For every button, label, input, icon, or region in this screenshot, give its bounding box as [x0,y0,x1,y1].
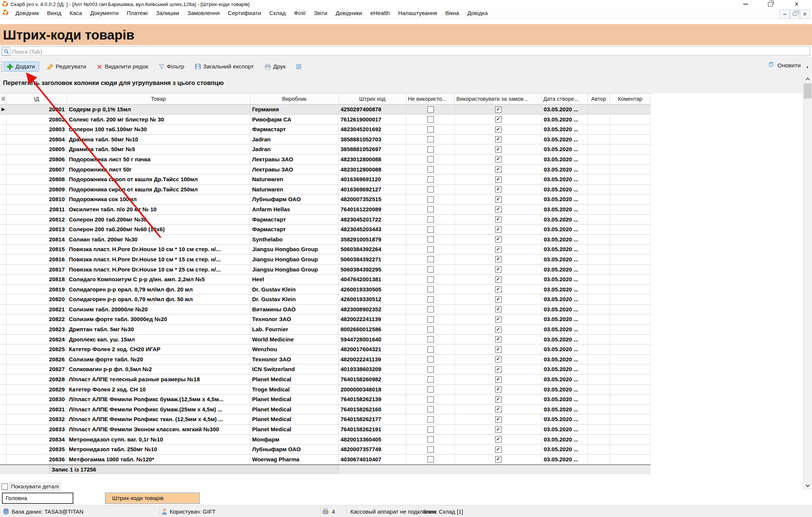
not_used-checkbox-cell[interactable] [406,405,455,415]
checked-checkbox[interactable]: ✓ [495,316,502,323]
unchecked-checkbox[interactable] [427,326,434,333]
checked-checkbox[interactable]: ✓ [495,156,502,162]
not_used-checkbox-cell[interactable] [406,305,455,315]
unchecked-checkbox[interactable] [427,106,434,113]
not_used-checkbox-cell[interactable] [406,215,455,225]
table-row[interactable]: 20813Солерон 200 таб.200мг №60 (10х6)Фар… [0,224,651,235]
show-details-toggle[interactable]: Показувати деталі [2,483,60,490]
checked-checkbox[interactable]: ✓ [495,186,502,193]
not_used-checkbox-cell[interactable] [406,205,455,215]
unchecked-checkbox[interactable] [427,316,434,323]
table-row[interactable]: 20818Солидаго Композитум С р-р д/ин. амп… [0,274,651,285]
use_order-checkbox-cell[interactable]: ✓ [455,305,542,315]
not_used-checkbox-cell[interactable] [406,105,455,115]
not_used-checkbox-cell[interactable] [406,124,455,135]
not_used-checkbox-cell[interactable] [406,115,455,125]
mdi-minimize-button[interactable] [780,9,789,19]
table-row[interactable]: 20836Метфогамма 1000 табл. №120*Woerwag … [0,455,651,465]
not_used-checkbox-cell[interactable] [406,435,455,445]
table-row[interactable]: 20803Солерон 100 таб.100мг №30Фармастарт… [0,124,651,135]
table-row[interactable]: 20804Драмина табл. 50мг №10Jadran3858881… [0,135,651,145]
загальний-експорт-button[interactable]: Загальний експорт [192,62,257,71]
checked-checkbox[interactable]: ✓ [495,226,502,233]
checked-checkbox[interactable]: ✓ [495,306,502,312]
unchecked-checkbox[interactable] [427,196,434,203]
table-row[interactable]: 20822Солизим форте табл. 30000ед №20Техн… [0,314,651,324]
unchecked-checkbox[interactable] [427,126,434,133]
not_used-checkbox-cell[interactable] [406,174,455,185]
unchecked-checkbox[interactable] [427,346,434,353]
unchecked-checkbox[interactable] [427,156,434,162]
table-row[interactable]: 20832Л/пласт АЛПЕ Фемили Ролфикс ткан. (… [0,414,651,425]
restore-button[interactable] [765,1,776,8]
not_used-checkbox-cell[interactable] [406,355,455,365]
table-row[interactable]: 20811Оксилитен табл. п/о 20 мг № 10Anfar… [0,205,651,215]
видалити-рядок-button[interactable]: Видалити рядок [94,62,151,71]
use_order-checkbox-cell[interactable]: ✓ [455,215,542,225]
table-row[interactable]: 20809Подорожника сироп от кашля Др.Тайсс… [0,185,651,195]
table-row[interactable]: 20824Дроплекс кап. уш. 15млWorld Medicin… [0,335,651,345]
unchecked-checkbox[interactable] [427,206,434,212]
table-row[interactable]: 20830Л/пласт АЛПЕ Фемили Ролфикс бумаж.(… [0,394,651,405]
use_order-checkbox-cell[interactable]: ✓ [455,224,542,235]
table-row[interactable]: 20812Солерон 200 таб.200мг №30Фармастарт… [0,215,651,225]
use_order-checkbox-cell[interactable]: ✓ [455,165,542,175]
checked-checkbox[interactable]: ✓ [495,296,502,303]
use_order-checkbox-cell[interactable]: ✓ [455,355,542,365]
not_used-checkbox-cell[interactable] [406,194,455,205]
фільтр-button[interactable]: Фільтр [156,62,187,71]
checked-checkbox[interactable]: ✓ [495,386,502,393]
column-header-date[interactable]: Дата створе... [542,94,588,104]
column-header-author[interactable]: Автор [588,94,610,104]
use_order-checkbox-cell[interactable]: ✓ [455,235,542,245]
not_used-checkbox-cell[interactable] [406,444,455,455]
unchecked-checkbox[interactable] [427,436,434,443]
unchecked-checkbox[interactable] [427,176,434,183]
use_order-checkbox-cell[interactable]: ✓ [455,435,542,445]
use_order-checkbox-cell[interactable]: ✓ [455,115,542,125]
checked-checkbox[interactable]: ✓ [495,236,502,243]
checked-checkbox[interactable]: ✓ [495,126,502,133]
column-header-id[interactable]: ІД [7,94,67,104]
checked-checkbox[interactable]: ✓ [495,446,502,453]
use_order-checkbox-cell[interactable]: ✓ [455,374,542,385]
minimize-button[interactable] [740,1,751,8]
table-row[interactable]: 20827Солковагин р-р фл. 0,5мл №2ICN Swit… [0,364,651,374]
column-header-comment[interactable]: Коментар [610,94,651,104]
use_order-checkbox-cell[interactable]: ✓ [455,364,542,374]
menu-item[interactable]: Довідка [463,8,492,18]
use_order-checkbox-cell[interactable]: ✓ [455,205,542,215]
tab-barcodes[interactable]: Штрих-коди товарів [105,493,200,504]
unchecked-checkbox[interactable] [427,236,434,243]
menu-item[interactable]: Платежі [123,8,152,18]
close-button[interactable]: × [791,1,802,8]
not_used-checkbox-cell[interactable] [406,165,455,175]
menu-item[interactable]: Звіти [310,8,331,18]
table-row[interactable]: ▶20801Содерм р-р 0,1% 15млГермания425029… [0,105,651,115]
unchecked-checkbox[interactable] [427,306,434,312]
checked-checkbox[interactable]: ✓ [495,366,502,373]
use_order-checkbox-cell[interactable]: ✓ [455,135,542,145]
use_order-checkbox-cell[interactable]: ✓ [455,314,542,324]
not_used-checkbox-cell[interactable] [406,324,455,335]
unchecked-checkbox[interactable] [427,366,434,373]
table-row[interactable]: 20814Солиан табл. 200мг №30Synthelabo358… [0,235,651,245]
not_used-checkbox-cell[interactable] [406,285,455,295]
table-row[interactable]: 20825Катетер Фолея 2 ход. СН20 ИГАРWenzh… [0,344,651,355]
table-row[interactable]: 20807Подорожника лист 50гЛектравы ЗАО482… [0,165,651,175]
unchecked-checkbox[interactable] [427,406,434,412]
table-row[interactable]: 20826Солизим форте табл. №20Технолог ЗАО… [0,355,651,365]
use_order-checkbox-cell[interactable]: ✓ [455,274,542,285]
table-row[interactable]: 20835Метронидазол табл. 250мг №10Лубныфа… [0,444,651,455]
use_order-checkbox-cell[interactable]: ✓ [455,124,542,135]
unchecked-checkbox[interactable] [427,396,434,403]
not_used-checkbox-cell[interactable] [406,414,455,425]
menu-item[interactable]: Налаштування [394,8,441,18]
unchecked-checkbox[interactable] [427,456,434,462]
menu-item[interactable]: Довідники [331,8,366,18]
use_order-checkbox-cell[interactable]: ✓ [455,385,542,395]
checked-checkbox[interactable]: ✓ [495,216,502,223]
show-details-checkbox[interactable] [2,484,8,490]
not_used-checkbox-cell[interactable] [406,265,455,275]
not_used-checkbox-cell[interactable] [406,274,455,285]
